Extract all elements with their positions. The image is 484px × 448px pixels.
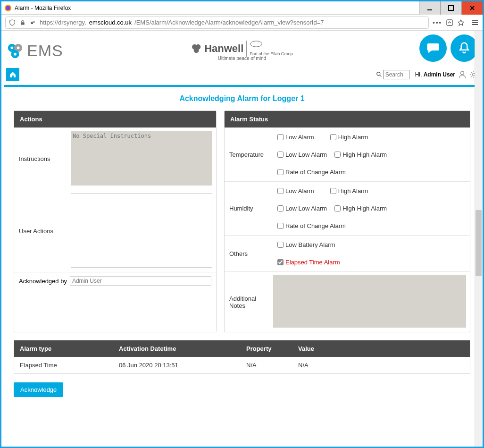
page-content: EMS Hanwell Part of the Ellab Group Ulti…: [1, 31, 483, 397]
lock-icon: [19, 19, 26, 26]
user-actions-textarea[interactable]: [71, 193, 212, 268]
hanwell-text: Hanwell: [204, 42, 243, 55]
svg-point-23: [376, 72, 380, 76]
window-close-button[interactable]: [461, 1, 483, 15]
search-icon[interactable]: [376, 71, 383, 78]
alarm-status-header: Alarm Status: [225, 111, 470, 127]
svg-rect-2: [427, 9, 432, 10]
permission-icon: [29, 19, 37, 26]
svg-rect-8: [33, 21, 35, 23]
alerts-button[interactable]: [451, 34, 478, 62]
browser-window: Alarm - Mozilla Firefox https://drsynerg…: [0, 0, 484, 448]
url-bar: https://drsynergy.emscloud.co.uk/EMS/ala…: [1, 15, 483, 31]
url-domain: emscloud.co.uk: [89, 19, 132, 26]
svg-point-25: [461, 71, 464, 75]
table-header: Alarm type Activation Datetime Property …: [14, 340, 470, 357]
svg-rect-6: [21, 22, 25, 25]
temperature-label: Temperature: [225, 128, 277, 181]
address-field[interactable]: https://drsynergy.emscloud.co.uk/EMS/ala…: [5, 17, 429, 29]
scrollbar[interactable]: [475, 31, 483, 447]
svg-rect-10: [472, 20, 478, 21]
bookmark-star-icon[interactable]: [457, 19, 465, 26]
svg-point-22: [250, 41, 262, 47]
svg-point-1: [6, 6, 10, 10]
acknowledged-by-label: Acknowledged by: [19, 278, 67, 285]
user-actions-label: User Actions: [14, 190, 67, 272]
window-maximize-button[interactable]: [440, 1, 461, 15]
user-icon[interactable]: [458, 70, 467, 79]
ems-logo-text: EMS: [27, 42, 63, 60]
svg-rect-12: [472, 24, 478, 25]
page-actions-icon[interactable]: •••: [433, 19, 442, 26]
brand-bar: EMS Hanwell Part of the Ellab Group Ulti…: [1, 31, 483, 66]
svg-point-16: [11, 46, 14, 49]
temp-lowlow-checkbox[interactable]: Low Low Alarm: [277, 151, 327, 158]
actions-panel: Actions Instructions User Actions Acknow…: [14, 110, 217, 332]
ems-logo-icon: [6, 42, 24, 60]
td-type: Elapsed Time: [14, 357, 113, 373]
url-prefix: https://drsynergy.: [40, 19, 86, 26]
th-value: Value: [292, 340, 470, 357]
svg-point-21: [194, 48, 199, 53]
chat-button[interactable]: [419, 34, 447, 62]
hum-low-checkbox[interactable]: Low Alarm: [277, 187, 314, 194]
home-button[interactable]: [6, 68, 19, 81]
actions-header: Actions: [14, 111, 216, 127]
notes-textarea[interactable]: [273, 275, 466, 328]
search-input[interactable]: [383, 70, 409, 79]
elapsed-checkbox[interactable]: Elapsed Time Alarm: [277, 259, 340, 266]
td-datetime: 06 Jun 2020 20:13:51: [113, 357, 241, 373]
battery-checkbox[interactable]: Low Battery Alarm: [277, 241, 335, 248]
header-actions: [416, 34, 478, 62]
hum-high-checkbox[interactable]: High Alarm: [330, 187, 368, 194]
page-title: Acknowledging Alarm for Logger 1: [1, 87, 483, 110]
humidity-label: Humidity: [225, 182, 277, 235]
acknowledge-button[interactable]: Acknowledge: [14, 382, 63, 397]
th-property: Property: [241, 340, 292, 357]
svg-line-24: [380, 75, 382, 77]
url-path: /EMS/alarm/AcknowledgeAlarm/acknowledgeA…: [134, 19, 324, 26]
acknowledged-by-input[interactable]: [70, 276, 211, 286]
temp-rate-checkbox[interactable]: Rate of Change Alarm: [277, 169, 346, 176]
window-title: Alarm - Mozilla Firefox: [15, 5, 419, 11]
reader-icon[interactable]: [446, 19, 453, 26]
others-label: Others: [225, 236, 277, 271]
page-viewport: EMS Hanwell Part of the Ellab Group Ulti…: [1, 31, 483, 447]
instructions-textarea: [71, 131, 212, 186]
hanwell-logo: Hanwell Part of the Ellab Group Ultimate…: [191, 41, 293, 61]
shield-icon: [8, 19, 16, 26]
alarm-table: Alarm type Activation Datetime Property …: [14, 340, 470, 374]
user-greeting: Hi, Admin User: [415, 71, 455, 78]
svg-point-18: [14, 52, 17, 55]
th-type: Alarm type: [14, 340, 113, 357]
panels: Actions Instructions User Actions Acknow…: [1, 110, 483, 332]
hamburger-menu-icon[interactable]: [471, 19, 479, 26]
ems-logo: EMS: [6, 42, 63, 60]
svg-rect-3: [449, 6, 453, 10]
svg-point-17: [17, 46, 20, 49]
temp-low-checkbox[interactable]: Low Alarm: [277, 134, 314, 141]
td-property: N/A: [241, 357, 292, 373]
temp-highhigh-checkbox[interactable]: High High Alarm: [334, 151, 387, 158]
firefox-icon: [4, 4, 12, 12]
alarm-status-panel: Alarm Status Temperature Low Alarm High …: [224, 110, 470, 332]
svg-rect-9: [447, 20, 452, 25]
hum-rate-checkbox[interactable]: Rate of Change Alarm: [277, 222, 346, 229]
temp-high-checkbox[interactable]: High Alarm: [330, 134, 368, 141]
window-minimize-button[interactable]: [419, 1, 440, 15]
hum-lowlow-checkbox[interactable]: Low Low Alarm: [277, 205, 327, 212]
td-value: N/A: [292, 357, 470, 373]
scrollbar-thumb[interactable]: [476, 210, 482, 276]
titlebar: Alarm - Mozilla Firefox: [1, 1, 483, 15]
toolbar: Hi, Admin User: [1, 66, 483, 85]
hum-highhigh-checkbox[interactable]: High High Alarm: [334, 205, 387, 212]
th-datetime: Activation Datetime: [113, 340, 241, 357]
table-row: Elapsed Time 06 Jun 2020 20:13:51 N/A N/…: [14, 357, 470, 373]
instructions-label: Instructions: [14, 128, 67, 190]
notes-label: Additional Notes: [225, 272, 269, 332]
svg-rect-11: [472, 22, 478, 23]
